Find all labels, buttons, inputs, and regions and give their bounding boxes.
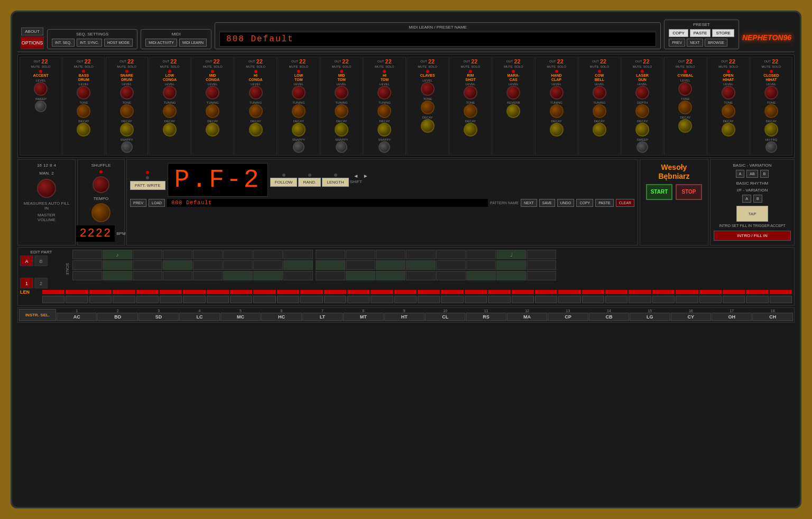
step-cell-3-9[interactable] <box>316 271 345 280</box>
inst-label-ma[interactable]: 12MA <box>507 309 547 321</box>
step-cell-2-13[interactable] <box>436 260 466 270</box>
tone-knob-mt[interactable] <box>335 104 348 118</box>
level-knob-ma[interactable] <box>506 86 520 99</box>
prev-pattern-button[interactable]: PREV <box>130 199 146 207</box>
host-mode-button[interactable]: HOST MODE <box>104 39 133 47</box>
len-led-12[interactable] <box>300 290 322 294</box>
len-led-29[interactable] <box>699 290 722 294</box>
part-1-button[interactable]: 1 <box>20 278 33 288</box>
level-knob-cl[interactable] <box>421 82 435 96</box>
part-btn-11[interactable] <box>277 296 299 303</box>
part-btn-28[interactable] <box>676 296 698 303</box>
decay-knob-mt[interactable] <box>335 123 348 136</box>
level-knob-lc[interactable] <box>163 86 177 99</box>
len-led-11[interactable] <box>277 290 299 294</box>
decay-knob-cl[interactable] <box>421 119 435 133</box>
solo-lt[interactable]: SOLO <box>299 65 308 68</box>
solo-sd[interactable]: SOLO <box>127 65 136 68</box>
step-cell-3-5[interactable] <box>193 271 223 280</box>
len-led-3[interactable] <box>89 290 112 294</box>
tone-knob-hc[interactable] <box>249 104 263 118</box>
part-btn-12[interactable] <box>300 296 322 303</box>
step-cell-3-6[interactable] <box>223 271 253 280</box>
len-led-8[interactable] <box>207 290 229 294</box>
mute-sd[interactable]: MUTE <box>117 65 126 68</box>
solo-hc[interactable]: SOLO <box>256 65 265 68</box>
level-knob-lt[interactable] <box>292 86 306 99</box>
inst-label-ch[interactable]: 18CH <box>752 309 792 321</box>
part-btn-2[interactable] <box>66 296 88 303</box>
step-cell-2-4[interactable] <box>163 260 192 270</box>
inst-label-mc[interactable]: 5MC <box>220 309 261 321</box>
len-led-31[interactable] <box>746 290 768 294</box>
inst-label-cp[interactable]: 13CP <box>548 309 588 321</box>
tone-knob-cy[interactable] <box>678 101 692 114</box>
variation-a-button[interactable]: A <box>736 170 745 178</box>
tone-knob-sd[interactable] <box>120 104 134 118</box>
decay-knob-lg[interactable] <box>635 123 649 136</box>
tap-button[interactable]: TAP <box>736 206 768 222</box>
level-knob-cp[interactable] <box>550 86 564 99</box>
solo-rs[interactable]: SOLO <box>472 65 481 68</box>
part-btn-31[interactable] <box>746 296 768 303</box>
copy-preset-button[interactable]: COPY <box>669 29 688 37</box>
tone-knob-lt[interactable] <box>292 104 306 118</box>
len-led-22[interactable] <box>535 290 557 294</box>
level-knob-cy[interactable] <box>678 82 692 96</box>
part-btn-6[interactable] <box>160 296 182 303</box>
step-cell-2-5[interactable] <box>193 260 223 270</box>
part-btn-5[interactable] <box>136 296 159 303</box>
inst-label-cl[interactable]: 10CL <box>425 309 465 321</box>
midi-learn-button[interactable]: MIDI LEARN <box>179 39 207 47</box>
stop-button[interactable]: STOP <box>676 184 702 200</box>
step-cell-3-12[interactable] <box>406 271 436 280</box>
int-seq-button[interactable]: INT. SEQ. <box>52 39 75 47</box>
level-knob-sd[interactable] <box>120 86 134 99</box>
mute-lc[interactable]: MUTE <box>160 65 169 68</box>
len-led-23[interactable] <box>558 290 580 294</box>
tempo-knob[interactable] <box>91 203 110 222</box>
part-btn-17[interactable] <box>418 296 440 303</box>
inst-label-sd[interactable]: 3SD <box>139 309 179 321</box>
len-led-9[interactable] <box>230 290 252 294</box>
mute-cb[interactable]: MUTE <box>589 65 598 68</box>
paste-pattern-button[interactable]: PASTE <box>595 199 613 207</box>
decay-knob-ch[interactable] <box>764 123 778 136</box>
mute-lt[interactable]: MUTE <box>289 65 298 68</box>
level-knob-mt[interactable] <box>335 86 348 99</box>
variation-b-button[interactable]: B <box>760 170 769 178</box>
len-led-25[interactable] <box>605 290 628 294</box>
len-led-1[interactable] <box>42 290 64 294</box>
mute-cy[interactable]: MUTE <box>676 65 685 68</box>
step-cell-2-7[interactable] <box>253 260 283 270</box>
step-cell-2-15[interactable] <box>496 260 526 270</box>
shuffle-knob[interactable] <box>93 176 109 193</box>
decay-knob-cb[interactable] <box>593 123 606 136</box>
hh-frq-knob-ch[interactable] <box>765 141 777 153</box>
part-btn-21[interactable] <box>512 296 534 303</box>
about-button[interactable]: ABOUT <box>21 28 43 35</box>
inst-label-lg[interactable]: 15LG <box>630 309 670 321</box>
inst-label-rs[interactable]: 11RS <box>466 309 506 321</box>
step-cell-1-1[interactable] <box>72 250 102 259</box>
part-2-button[interactable]: 2 <box>34 278 48 288</box>
clear-pattern-button[interactable]: CLEAR <box>616 199 634 207</box>
sweep-knob-ac[interactable] <box>35 101 47 112</box>
step-cell-2-6[interactable] <box>223 260 253 270</box>
mute-rs[interactable]: MUTE <box>461 65 470 68</box>
solo-lg[interactable]: SOLO <box>643 65 652 68</box>
len-led-4[interactable] <box>113 290 135 294</box>
reverb-knob-ma[interactable] <box>506 104 520 118</box>
next-preset-button[interactable]: NEXT <box>687 39 703 47</box>
rand-button[interactable]: RAND. <box>298 178 321 187</box>
len-led-2[interactable] <box>66 290 88 294</box>
mute-cl[interactable]: MUTE <box>418 65 427 68</box>
inst-label-oh[interactable]: 17OH <box>712 309 752 321</box>
solo-ht[interactable]: SOLO <box>385 65 394 68</box>
step-cell-1-8[interactable] <box>283 250 313 259</box>
store-preset-button[interactable]: STORE <box>712 29 734 37</box>
solo-oh[interactable]: SOLO <box>729 65 738 68</box>
len-led-16[interactable] <box>394 290 417 294</box>
part-btn-9[interactable] <box>230 296 252 303</box>
tone-knob-mc[interactable] <box>206 104 219 118</box>
